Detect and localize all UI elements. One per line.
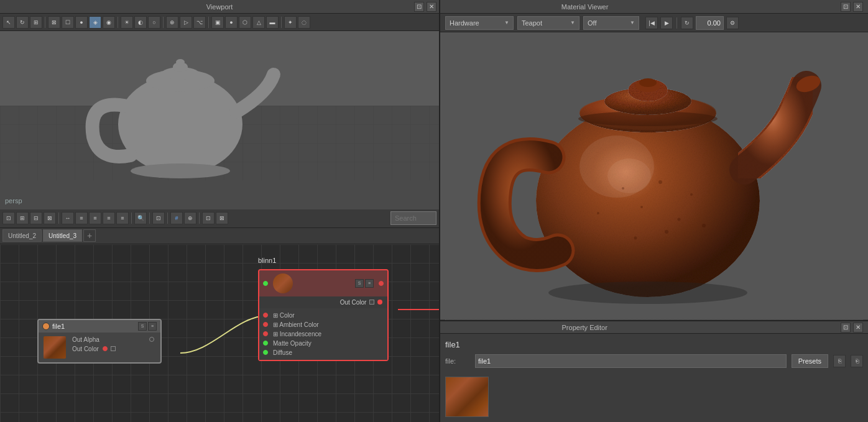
file-node-color-expand[interactable] [111,346,116,351]
tb-plane-icon[interactable]: ▬ [266,16,279,29]
ne-tb-camera2-icon[interactable]: ⊡ [202,212,215,224]
tb-sep-3 [163,17,164,28]
svg-point-26 [665,230,668,234]
blinn-ambient-in-port[interactable] [263,322,268,327]
tb-wireframe-icon[interactable]: ☐ [62,16,74,29]
blinn-incandescence-in-port[interactable] [263,331,268,336]
search-input[interactable] [395,214,432,222]
mv-tile-button[interactable]: ⊡ [841,2,851,12]
viewport-canvas[interactable]: persp [0,31,439,209]
ne-tb-layout4-icon[interactable]: ≡ [116,212,129,224]
svg-point-25 [622,187,624,190]
file-node-s-icon[interactable]: S [138,322,147,331]
tb-lasso-icon[interactable]: ◌ [298,16,310,29]
tb-sep-1 [45,17,45,28]
tb-light-icon[interactable]: ☀ [121,16,133,29]
node-canvas[interactable]: file1 S ≡ Out Alpha Out Color [0,244,439,423]
file-node-preview [44,336,66,359]
file-node-header-icons: S ≡ [138,322,157,331]
tb-cube-icon[interactable]: ▣ [211,16,224,29]
tb-rotate-icon[interactable]: ↻ [16,16,29,29]
ne-tb-bookmark-icon[interactable]: ⊡ [152,212,165,224]
ne-tb-move-icon[interactable]: ↔ [62,212,74,224]
tb-smooth-icon[interactable]: ● [75,16,88,29]
lighting-dropdown[interactable]: Off ▼ [583,16,639,30]
file-node-out-color-port[interactable] [103,346,108,351]
blinn-node-header: S ≡ [259,270,387,296]
mv-time-sep [676,17,677,29]
node-tab-untitled3[interactable]: Untitled_3 [43,229,82,242]
mv-play-icon[interactable]: ▶ [660,17,673,29]
blinn-out-color-expand[interactable] [369,300,374,305]
ne-sep-1 [58,213,59,224]
pe-presets-button[interactable]: Presets [792,354,828,368]
pe-tile-button[interactable]: ⊡ [841,323,851,333]
pe-file-input[interactable] [475,354,787,368]
blinn-matte-in-port[interactable] [263,341,268,346]
tb-scale-icon[interactable]: ⊞ [30,16,42,29]
renderer-dropdown[interactable]: Hardware ▼ [445,16,514,30]
tb-shaded-icon[interactable]: ◈ [89,16,101,29]
pe-close-button[interactable]: ✕ [853,323,863,333]
pe-file-label: file: [445,357,470,365]
blinn-s-icon[interactable]: S [355,279,364,288]
ne-tb-connect-icon[interactable]: ⊠ [44,212,56,224]
viewport-close-button[interactable]: ✕ [427,2,436,12]
mv-playback-controls: |◀ ▶ ↻ ⚙ [645,16,739,30]
svg-point-28 [634,237,637,240]
file-node-title: file1 [52,323,65,330]
object-dropdown[interactable]: Teapot ▼ [517,16,579,30]
tb-camera-icon[interactable]: ⊕ [166,16,178,29]
pe-file-row: file: Presets ⎘ ⎗ [445,354,863,368]
tb-texture-icon[interactable]: ◉ [103,16,115,29]
blinn-diffuse-in-port[interactable] [263,350,268,355]
pe-paste-icon[interactable]: ⎗ [851,355,863,367]
file-node-out-alpha-row: Out Alpha [68,335,158,344]
ne-tb-target-icon[interactable]: ⊕ [184,212,196,224]
node-tab-untitled2[interactable]: Untitled_2 [2,229,42,242]
blinn-out-port[interactable] [379,281,384,286]
mv-time-input[interactable] [696,16,724,30]
node-tab-add-button[interactable]: + [83,229,96,242]
mv-refresh-icon[interactable]: ↻ [681,17,693,29]
ne-tb-grid-icon[interactable]: ⊞ [16,212,29,224]
material-canvas[interactable] [440,32,868,319]
file-node: file1 S ≡ Out Alpha Out Color [37,319,162,364]
ne-tb-transform-icon[interactable]: ⊡ [2,212,15,224]
blinn-header-icons: S ≡ [355,279,374,288]
mv-settings-icon[interactable]: ⚙ [726,17,739,29]
tb-render-icon[interactable]: ▷ [180,16,192,29]
renderer-value: Hardware [450,19,479,27]
blinn-lines-icon[interactable]: ≡ [365,279,374,288]
tb-ambient-icon[interactable]: ○ [148,16,160,29]
svg-point-8 [131,163,230,178]
file-node-lines-icon[interactable]: ≡ [148,322,157,331]
viewport-toolbar: ↖ ↻ ⊞ ⊠ ☐ ● ◈ ◉ ☀ ◐ ○ ⊕ ▷ ⌥ ▣ ● ⬡ △ ▬ ✦ … [0,14,439,31]
tb-cylinder-icon[interactable]: ⬡ [239,16,251,29]
blinn-color-in-port[interactable] [263,313,268,318]
ne-tb-layout3-icon[interactable]: ≡ [103,212,115,224]
blinn-out-color-port[interactable] [377,300,382,305]
file-node-out-color-row: Out Color [68,344,158,354]
tb-select-icon[interactable]: ✦ [284,16,297,29]
tb-snapshot-icon[interactable]: ⌥ [193,16,206,29]
tb-cone-icon[interactable]: △ [252,16,265,29]
blinn-in-port[interactable] [263,281,268,286]
search-box[interactable] [390,211,436,225]
file-node-out-alpha-port[interactable] [149,337,154,342]
pe-copy-icon[interactable]: ⎘ [833,355,846,367]
tb-shadow-icon[interactable]: ◐ [134,16,147,29]
viewport-tile-button[interactable]: ⊡ [414,2,424,12]
ne-tb-layout1-icon[interactable]: ≡ [75,212,88,224]
ne-tb-node-icon[interactable]: ⊟ [30,212,42,224]
tb-sphere-icon[interactable]: ● [225,16,238,29]
tb-move-icon[interactable]: ↖ [2,16,15,29]
tb-grid-icon[interactable]: ⊠ [48,16,60,29]
ne-tb-layout2-icon[interactable]: ≡ [89,212,101,224]
ne-tb-search-icon[interactable]: 🔍 [134,212,147,224]
ne-tb-hash-icon[interactable]: # [170,212,183,224]
mv-prev-frame-icon[interactable]: |◀ [645,17,658,29]
ne-sep-4 [167,213,168,224]
mv-close-button[interactable]: ✕ [853,2,863,12]
ne-tb-frame-icon[interactable]: ⊠ [216,212,228,224]
